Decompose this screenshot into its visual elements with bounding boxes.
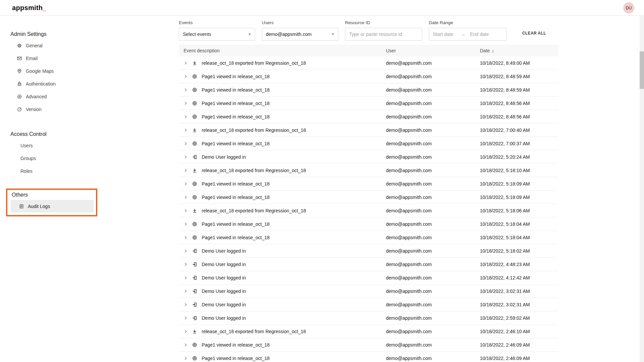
event-description-cell: Page1 viewed in release_oct_18: [179, 342, 386, 348]
date-range-picker[interactable]: Start date → End date: [429, 28, 506, 41]
event-description-text: Page1 viewed in release_oct_18: [202, 101, 269, 106]
sidebar-item-users[interactable]: Users: [0, 139, 179, 152]
events-select[interactable]: Select events: [179, 28, 255, 41]
audit-log-row[interactable]: Page1 viewed in release_oct_18demo@appsm…: [179, 70, 558, 83]
sidebar-item-label: Email: [26, 56, 38, 61]
chevron-right-icon[interactable]: [184, 142, 188, 146]
filters-bar: Events Select events Users demo@appsmith…: [179, 20, 644, 41]
sidebar-item-authentication[interactable]: Authentication: [0, 77, 179, 90]
date-cell: 10/18/2022, 5:18:10 AM: [480, 168, 558, 173]
chevron-right-icon[interactable]: [184, 262, 188, 266]
scrollbar-thumb[interactable]: [640, 51, 644, 89]
audit-log-row[interactable]: Page1 viewed in release_oct_18demo@appsm…: [179, 83, 558, 97]
chevron-right-icon[interactable]: [184, 155, 188, 159]
section-heading-others: Others: [12, 192, 96, 198]
start-date-placeholder[interactable]: Start date: [433, 32, 453, 37]
resource-id-label: Resource ID: [345, 20, 422, 25]
audit-log-row[interactable]: release_oct_18 exported from Regression_…: [179, 204, 558, 217]
chevron-right-icon[interactable]: [184, 182, 188, 186]
chevron-right-icon[interactable]: [184, 343, 188, 347]
user-cell: demo@appsmith.com: [386, 114, 480, 119]
audit-log-row[interactable]: Page1 viewed in release_oct_18demo@appsm…: [179, 137, 558, 150]
sidebar-item-email[interactable]: Email: [0, 52, 179, 65]
view-icon: [192, 342, 197, 348]
audit-log-row[interactable]: Page1 viewed in release_oct_18demo@appsm…: [179, 217, 558, 231]
column-header-user: User: [386, 48, 480, 53]
audit-log-row[interactable]: Page1 viewed in release_oct_18demo@appsm…: [179, 97, 558, 110]
audit-log-row[interactable]: release_oct_18 exported from Regression_…: [179, 123, 558, 137]
chevron-right-icon[interactable]: [184, 329, 188, 333]
date-cell: 10/18/2022, 3:02:31 AM: [480, 289, 558, 294]
chevron-right-icon[interactable]: [184, 168, 188, 172]
chevron-right-icon[interactable]: [184, 195, 188, 199]
sidebar-item-groups[interactable]: Groups: [0, 152, 179, 165]
date-cell: 10/18/2022, 5:18:04 AM: [480, 235, 558, 240]
audit-log-row[interactable]: Page1 viewed in release_oct_18demo@appsm…: [179, 352, 558, 362]
page-scrollbar[interactable]: [640, 16, 644, 362]
audit-log-row[interactable]: Page1 viewed in release_oct_18demo@appsm…: [179, 177, 558, 191]
audit-log-row[interactable]: release_oct_18 exported from Regression_…: [179, 325, 558, 338]
audit-log-row[interactable]: Demo User logged indemo@appsmith.com10/1…: [179, 311, 558, 325]
view-icon: [192, 221, 197, 227]
date-range-label: Date Range: [429, 20, 506, 25]
user-cell: demo@appsmith.com: [386, 356, 480, 361]
chevron-right-icon[interactable]: [184, 249, 188, 253]
chevron-right-icon[interactable]: [184, 303, 188, 307]
sidebar-item-audit-logs[interactable]: Audit Logs: [11, 200, 94, 212]
sidebar-item-version[interactable]: Version: [0, 103, 179, 116]
sidebar-item-advanced[interactable]: Advanced: [0, 90, 179, 103]
audit-log-row[interactable]: release_oct_18 exported from Regression_…: [179, 164, 558, 177]
chevron-right-icon[interactable]: [184, 236, 188, 240]
chevron-right-icon[interactable]: [184, 74, 188, 79]
end-date-placeholder[interactable]: End date: [470, 32, 489, 37]
audit-log-row[interactable]: Demo User logged indemo@appsmith.com10/1…: [179, 150, 558, 164]
audit-log-row[interactable]: Demo User logged indemo@appsmith.com10/1…: [179, 244, 558, 258]
sidebar-item-roles[interactable]: Roles: [0, 165, 179, 177]
chevron-right-icon[interactable]: [184, 316, 188, 320]
chevron-right-icon[interactable]: [184, 61, 188, 65]
sidebar-item-google-maps[interactable]: Google Maps: [0, 65, 179, 77]
user-cell: demo@appsmith.com: [386, 235, 480, 240]
resource-id-filter: Resource ID: [345, 20, 422, 41]
user-cell: demo@appsmith.com: [386, 101, 480, 106]
chevron-right-icon[interactable]: [184, 101, 188, 105]
sidebar: Admin SettingsGeneralEmailGoogle MapsAut…: [0, 16, 179, 362]
avatar[interactable]: DU: [623, 2, 634, 13]
event-description-text: Page1 viewed in release_oct_18: [202, 114, 269, 119]
audit-log-row[interactable]: Demo User logged indemo@appsmith.com10/1…: [179, 271, 558, 285]
audit-log-row[interactable]: release_oct_18 exported from Regression_…: [179, 56, 558, 70]
event-description-text: Page1 viewed in release_oct_18: [202, 356, 269, 361]
audit-log-row[interactable]: Demo User logged indemo@appsmith.com10/1…: [179, 298, 558, 311]
audit-log-row[interactable]: Page1 viewed in release_oct_18demo@appsm…: [179, 338, 558, 352]
user-cell: demo@appsmith.com: [386, 181, 480, 187]
chevron-right-icon[interactable]: [184, 88, 188, 92]
chevron-right-icon[interactable]: [184, 289, 188, 293]
users-filter: Users demo@appsmith.com: [262, 20, 338, 41]
date-header-label: Date: [480, 48, 490, 53]
audit-log-row[interactable]: Page1 viewed in release_oct_18demo@appsm…: [179, 231, 558, 244]
event-description-cell: Demo User logged in: [179, 275, 386, 280]
sidebar-item-general[interactable]: General: [0, 39, 179, 52]
audit-log-row[interactable]: Demo User logged indemo@appsmith.com10/1…: [179, 258, 558, 271]
event-description-text: release_oct_18 exported from Regression_…: [202, 60, 306, 66]
chevron-down-icon: [332, 34, 334, 35]
chevron-right-icon[interactable]: [184, 128, 188, 132]
audit-log-row[interactable]: Page1 viewed in release_oct_18demo@appsm…: [179, 110, 558, 123]
resource-id-input[interactable]: [349, 28, 418, 40]
audit-log-row[interactable]: Demo User logged indemo@appsmith.com10/1…: [179, 285, 558, 298]
column-header-date[interactable]: Date ↓: [480, 48, 558, 53]
event-description-text: Demo User logged in: [202, 262, 246, 267]
chevron-right-icon[interactable]: [184, 209, 188, 213]
chevron-right-icon[interactable]: [184, 356, 188, 360]
audit-log-row[interactable]: Page1 viewed in release_oct_18demo@appsm…: [179, 191, 558, 204]
chevron-right-icon[interactable]: [184, 222, 188, 226]
chevron-right-icon[interactable]: [184, 276, 188, 280]
chevron-right-icon[interactable]: [184, 115, 188, 119]
appsmith-logo[interactable]: appsmith_: [12, 4, 47, 12]
clear-all-button[interactable]: CLEAR ALL: [522, 31, 546, 36]
export-icon: [192, 60, 197, 66]
users-filter-label: Users: [262, 20, 338, 25]
date-cell: 10/18/2022, 2:46:09 AM: [480, 356, 558, 361]
event-description-text: Page1 viewed in release_oct_18: [202, 195, 269, 200]
users-select[interactable]: demo@appsmith.com: [262, 28, 338, 41]
